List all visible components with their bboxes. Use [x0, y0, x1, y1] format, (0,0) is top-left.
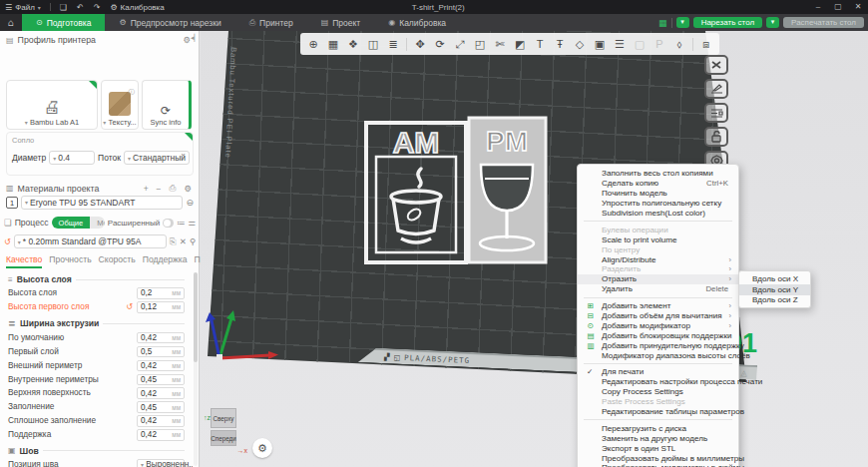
close-button[interactable]: ✕	[848, 0, 868, 14]
nozzle-diameter-select[interactable]: ▾0.4	[49, 151, 95, 165]
menu-item[interactable]: ⊟Добавить объём для вычитания›	[578, 311, 738, 321]
slice-dropdown-button[interactable]: ▾	[676, 17, 689, 28]
mesh-boolean-icon[interactable]: ◇	[571, 38, 589, 51]
lay-flat-icon[interactable]: ◰	[471, 38, 489, 51]
value-input[interactable]: 0,12мм	[137, 301, 185, 313]
value-input[interactable]: 0,45мм	[137, 401, 185, 413]
settings-section-header[interactable]: ≡Высота слоя	[0, 270, 193, 286]
menu-item[interactable]: Редактировать настройки процесса печати	[578, 377, 738, 387]
menu-item[interactable]: УдалитьDelete	[578, 284, 738, 294]
compare-preset-icon[interactable]: ⚌	[188, 218, 196, 228]
calibration-quick-button[interactable]: ⚙ Калибровка	[105, 0, 169, 14]
menu-item[interactable]: Copy Process Settings	[578, 387, 738, 397]
emboss-icon[interactable]: Ŧ	[551, 38, 569, 50]
minimize-button[interactable]: –	[808, 0, 828, 14]
menu-item[interactable]: Сделать копиюCtrl+K	[578, 179, 738, 189]
menu-item[interactable]: Редактирование таблицы параметров	[578, 407, 738, 417]
sync-filament-icon[interactable]: ⎙	[168, 183, 179, 194]
filament-gear-icon[interactable]: ⚙	[182, 184, 194, 194]
menu-item[interactable]: Преобразовать миллиметры в дюймы	[578, 463, 738, 467]
param-list-icon[interactable]: ≔	[177, 218, 186, 228]
menu-item[interactable]: ⊞Добавить элемент›	[578, 301, 738, 311]
menu-item[interactable]: Заполнить весь стол копиями	[578, 169, 738, 179]
lock-open-icon[interactable]	[704, 127, 728, 147]
add-plate-icon[interactable]: ▦	[324, 38, 342, 51]
value-input[interactable]: 0,2мм	[137, 287, 185, 299]
menu-item[interactable]: ✓Для печати	[578, 367, 738, 377]
auto-arrange-icon[interactable]: ❖	[344, 38, 362, 51]
print-plate-button[interactable]: Распечатать стол	[783, 17, 864, 28]
value-input[interactable]: 0,42мм	[137, 360, 185, 372]
value-input[interactable]: 0,5мм	[137, 346, 185, 358]
info-icon[interactable]: ⓘ	[129, 88, 136, 97]
dirty-preset-icon[interactable]: ↺	[4, 237, 11, 246]
menu-item[interactable]: Отразить›	[578, 274, 738, 284]
menu-item[interactable]: Заменить на другую модель	[578, 433, 738, 443]
menu-item[interactable]: Subdivision mesh(Lost color)	[578, 209, 738, 219]
file-menu[interactable]: ☰ Файл ▾	[0, 0, 46, 14]
view-front-face[interactable]: Спереди	[211, 430, 236, 446]
home-button[interactable]: ⌂	[0, 14, 22, 31]
plate-list-icon[interactable]: ▦	[658, 18, 667, 28]
param-tab-скорость[interactable]: Скорость	[99, 254, 136, 268]
slice-plate-button[interactable]: Нарезать стол	[693, 17, 762, 28]
tab-проект[interactable]: ▤Проект	[307, 14, 375, 31]
tab-принтер[interactable]: ⎙Принтер	[235, 14, 307, 31]
layout-icon[interactable]: ≣	[384, 38, 402, 51]
search-icon[interactable]: ⚲	[190, 236, 196, 246]
param-tab-прочность[interactable]: Прочность	[49, 254, 91, 268]
print-dropdown-button[interactable]: ▾	[766, 17, 779, 28]
sidebar-collapse-handle[interactable]: ◂▏	[191, 34, 200, 42]
model-ampm-sign[interactable]: AM PM	[363, 113, 549, 267]
move-icon[interactable]: ✥	[411, 38, 429, 51]
filament-select[interactable]: ▾Eryone TPU 95 STANDART	[21, 196, 183, 210]
eraser-icon[interactable]: ⬨	[670, 38, 688, 51]
menu-item[interactable]: Align/Distribute›	[578, 254, 738, 264]
variable-layer-icon[interactable]: ☰	[611, 38, 629, 51]
value-input[interactable]: 0,45мм	[137, 374, 185, 386]
menu-item[interactable]: Преобразовать дюймы в миллиметры	[578, 453, 738, 463]
save-preset-icon[interactable]: ⎘	[170, 236, 177, 247]
menu-item[interactable]: Починить модель	[578, 189, 738, 199]
undo-button[interactable]: ↶	[72, 0, 89, 14]
viewport-3d[interactable]: Bambu Textured PEI Plate AM PM ▞ ◱ PLA/A…	[201, 31, 868, 467]
seam-painting-icon[interactable]: ▣	[591, 38, 609, 51]
tab-предпросмотр-нарезки[interactable]: ⚙Предпросмотр нарезки	[105, 14, 234, 31]
delete-all-icon[interactable]	[704, 55, 728, 75]
view-top-face[interactable]: Сверху	[211, 408, 236, 428]
view-cube[interactable]: Сверху Спереди ↑z →x	[209, 406, 238, 450]
dropdown[interactable]: ▾ Выровненн...	[137, 459, 185, 467]
settings-section-header[interactable]: ▣Шов	[0, 442, 193, 458]
param-tab-качество[interactable]: Качество	[6, 254, 42, 268]
plate-type-card[interactable]: ⓘ ▾ Тексту...	[101, 80, 139, 130]
param-tab-поддержка[interactable]: Поддержка	[143, 254, 188, 268]
menu-item[interactable]: ⊙Добавить модификатор›	[578, 320, 738, 330]
process-preset-select[interactable]: ▾* 0.20mm Standard @TPU 95A	[14, 234, 167, 248]
edit-plate-name-icon[interactable]	[704, 79, 728, 99]
rotate-icon[interactable]: ⟳	[431, 38, 449, 51]
new-project-button[interactable]: ❏	[55, 0, 72, 14]
menu-item[interactable]: ▥Добавить принудительную поддержку›	[578, 340, 738, 350]
value-input[interactable]: 0,42мм	[137, 387, 185, 399]
split-plate-icon[interactable]: ◫	[364, 38, 382, 51]
menu-item[interactable]: Модификатор диапазона высоты слоёв	[578, 350, 738, 360]
process-scope-toggle[interactable]: Общие Модели	[52, 217, 105, 229]
settings-section-header[interactable]: 〓Ширина экструзии	[0, 314, 193, 331]
value-input[interactable]: 0,42мм	[137, 332, 185, 344]
submenu-item[interactable]: Вдоль оси X	[739, 273, 810, 284]
remove-filament-icon[interactable]: −	[155, 184, 164, 194]
printer-card[interactable]: 🖨︎ ▾ Bambu Lab A1	[6, 80, 98, 130]
plate-settings-icon[interactable]	[704, 103, 728, 123]
submenu-item[interactable]: Вдоль оси Y	[739, 284, 810, 295]
sidebar-scrollbar[interactable]	[194, 272, 198, 466]
menu-item[interactable]: Scale to print volume	[578, 234, 738, 244]
menu-item[interactable]: Перезагрузить с диска	[578, 423, 738, 433]
menu-item[interactable]: Экспорт в один STL	[578, 443, 738, 453]
add-filament-icon[interactable]: +	[142, 184, 151, 194]
filament-edit-icon[interactable]: ⊖	[186, 198, 194, 208]
nozzle-flow-select[interactable]: ▾Стандартный	[124, 151, 190, 165]
value-input[interactable]: 0,42мм	[137, 415, 185, 427]
paint-icon[interactable]: ◩	[511, 38, 529, 51]
value-input[interactable]: 0,42мм	[137, 429, 185, 441]
delete-preset-icon[interactable]: ✕	[180, 236, 187, 246]
